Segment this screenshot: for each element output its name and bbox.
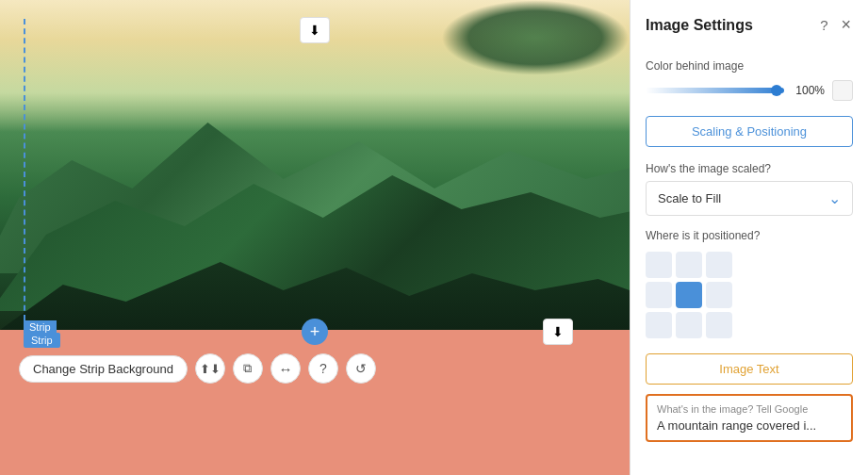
canvas-area: Strip Strip ⬇ + ⬇ Change Strip Backgroun… — [0, 0, 630, 475]
color-row: 100% — [646, 80, 853, 101]
alt-text-hint: What's in the image? Tell Google — [657, 403, 842, 415]
layers-icon-button[interactable]: ⬆⬇ — [195, 353, 225, 384]
slider-thumb — [771, 85, 782, 96]
panel-body: Color behind image 100% Scaling & Positi… — [631, 48, 868, 453]
image-text-tab-button[interactable]: Image Text — [646, 353, 853, 385]
scaling-positioning-button[interactable]: Scaling & Positioning — [646, 116, 853, 147]
chevron-down-icon: ⌄ — [828, 189, 841, 207]
position-grid — [646, 252, 853, 338]
undo-icon: ↺ — [355, 361, 367, 376]
change-strip-background-button[interactable]: Change Strip Background — [19, 355, 188, 383]
help-icon: ? — [319, 361, 327, 376]
right-panel: Image Settings ? × Color behind image 10… — [630, 0, 868, 475]
strip-area — [0, 330, 630, 475]
color-swatch[interactable] — [832, 80, 853, 101]
download-button-mid[interactable]: ⬇ — [543, 319, 573, 345]
panel-help-button[interactable]: ? — [818, 15, 829, 35]
panel-actions: ? × — [818, 13, 853, 37]
color-section-label: Color behind image — [646, 59, 853, 73]
duplicate-icon-button[interactable]: ⧉ — [233, 353, 263, 384]
scale-dropdown[interactable]: Scale to Fill ⌄ — [646, 181, 853, 216]
add-section-button[interactable]: + — [302, 319, 328, 345]
pos-cell-top-left[interactable] — [646, 252, 672, 278]
pos-cell-mid-center[interactable] — [676, 282, 702, 308]
panel-header: Image Settings ? × — [631, 0, 868, 48]
panel-close-button[interactable]: × — [839, 13, 853, 37]
layers-icon: ⬆⬇ — [200, 362, 221, 376]
panel-title: Image Settings — [646, 17, 753, 34]
pos-cell-bot-right[interactable] — [706, 312, 732, 338]
alt-text-box[interactable]: What's in the image? Tell Google A mount… — [646, 394, 853, 442]
strip-label-top-badge: Strip — [24, 320, 57, 334]
pos-cell-bot-left[interactable] — [646, 312, 672, 338]
pos-cell-top-right[interactable] — [706, 252, 732, 278]
plus-icon: + — [310, 323, 320, 340]
download-icon-top: ⬇ — [309, 23, 320, 38]
pos-cell-mid-right[interactable] — [706, 282, 732, 308]
pos-cell-mid-left[interactable] — [646, 282, 672, 308]
swap-icon-button[interactable]: ↔ — [270, 353, 301, 384]
opacity-slider[interactable] — [646, 88, 784, 93]
alt-text-value: A mountain range covered i... — [657, 418, 842, 433]
question-mark-icon: ? — [820, 17, 827, 33]
swap-icon: ↔ — [278, 361, 292, 377]
mountain-image — [0, 0, 630, 330]
download-button-top[interactable]: ⬇ — [300, 17, 330, 43]
foliage-top — [441, 0, 630, 75]
scale-value: Scale to Fill — [658, 191, 721, 205]
opacity-value: 100% — [792, 84, 825, 97]
help-icon-button[interactable]: ? — [308, 353, 338, 384]
toolbar: Change Strip Background ⬆⬇ ⧉ ↔ ? ↺ — [19, 353, 376, 384]
undo-icon-button[interactable]: ↺ — [346, 353, 376, 384]
pos-cell-bot-center[interactable] — [676, 312, 702, 338]
duplicate-icon: ⧉ — [243, 361, 252, 376]
download-icon-mid: ⬇ — [552, 324, 564, 339]
where-positioned-label: Where is it positioned? — [646, 229, 853, 242]
strip-label-badge: Strip — [24, 333, 60, 348]
close-icon: × — [841, 15, 851, 34]
how-scaled-label: How's the image scaled? — [646, 162, 853, 175]
pos-cell-top-center[interactable] — [676, 252, 702, 278]
